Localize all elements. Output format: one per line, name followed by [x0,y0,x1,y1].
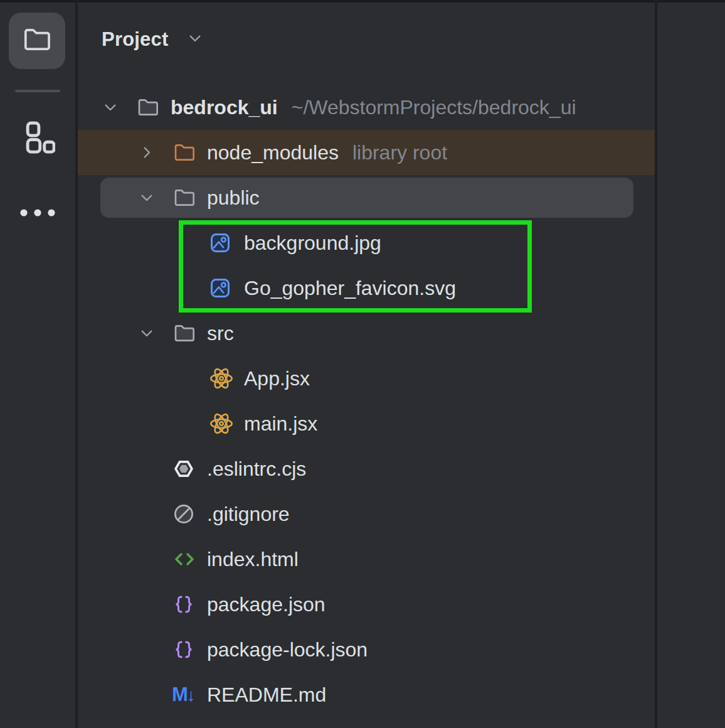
window-top-edge [0,0,725,3]
chevron-down-icon[interactable] [100,85,135,130]
chevron-right-icon[interactable] [137,130,172,175]
tree-row-node_modules[interactable]: node_modules library root [78,130,655,175]
project-path: ~/WebstormProjects/bedrock_ui [292,96,576,119]
more-tool-windows-button[interactable] [19,207,56,221]
tool-window-bar [0,3,75,728]
react-file-icon [209,401,236,446]
file-name: node_modules [207,141,339,164]
project-tool-button[interactable] [9,13,65,69]
tree-row-package-json[interactable]: package.json [78,582,655,627]
annotation-highlight-rectangle [179,220,532,313]
folder-icon [172,311,199,356]
project-folder-icon [21,23,53,58]
file-name: public [207,186,260,210]
tree-row-app-jsx[interactable]: App.jsx [78,356,655,401]
markdown-file-icon: M↓ [172,672,199,717]
json-file-icon [172,582,199,627]
file-name: README.md [207,683,326,707]
toolbar-divider [15,90,60,92]
ide-project-panel: { "header": { "title": "Project" }, "sid… [0,0,725,728]
tree-row-main-jsx[interactable]: main.jsx [78,401,655,446]
file-name: .eslintrc.cjs [207,458,306,481]
file-name: src [207,322,234,345]
tree-row-package-lock-json[interactable]: package-lock.json [78,627,655,672]
chevron-down-icon[interactable] [137,311,172,356]
structure-icon [20,119,55,159]
file-name: package-lock.json [207,638,368,661]
panel-title: Project [102,28,169,51]
tree-row-index-html[interactable]: index.html [78,537,655,582]
file-name: App.jsx [244,367,310,390]
project-panel-header[interactable]: Project [102,20,205,59]
ignored-file-icon [172,491,199,537]
tree-row-src[interactable]: src [78,311,655,356]
html-file-icon [172,537,199,582]
chevron-down-icon[interactable] [137,175,172,220]
library-root-hint: library root [352,141,447,164]
react-file-icon [209,356,236,401]
json-file-icon [172,627,199,672]
eslint-file-icon [172,446,199,491]
tree-row-gitignore[interactable]: .gitignore [78,491,655,537]
file-name: index.html [207,548,299,571]
chevron-down-icon[interactable] [185,28,205,51]
folder-icon [172,175,199,220]
file-name: main.jsx [244,412,317,436]
file-name: .gitignore [207,503,290,526]
tree-row-eslintrc-cjs[interactable]: .eslintrc.cjs [78,446,655,491]
file-name: package.json [207,593,325,616]
tree-row-public[interactable]: public [78,175,655,220]
library-folder-icon [172,130,199,175]
tree-row-bedrock_ui[interactable]: bedrock_ui ~/WebstormProjects/bedrock_ui [78,85,655,130]
project-tree: bedrock_ui ~/WebstormProjects/bedrock_ui… [78,85,655,717]
panel-editor-divider[interactable] [655,0,657,728]
folder-icon [135,85,163,130]
more-ellipsis-icon [20,208,55,220]
structure-tool-button[interactable] [20,120,55,158]
file-name: bedrock_ui [171,96,278,119]
tree-row-readme-md[interactable]: M↓ README.md [78,672,655,717]
